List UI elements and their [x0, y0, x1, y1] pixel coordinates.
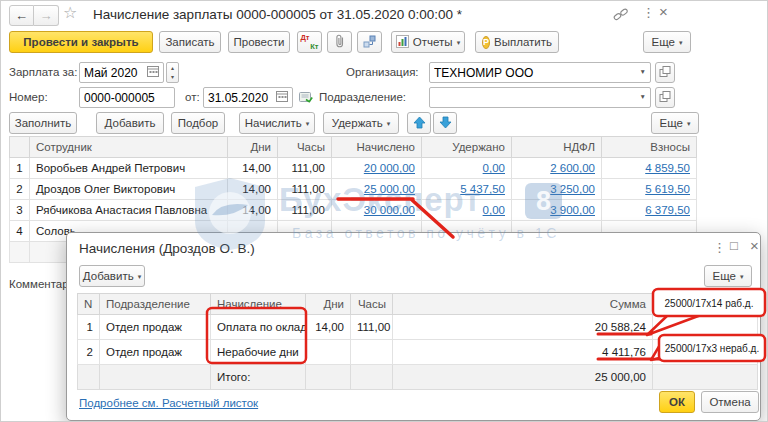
fill-button[interactable]: Заполнить: [9, 112, 77, 134]
col-accrual[interactable]: Начисление: [211, 294, 306, 315]
chevron-down-icon: ▾: [457, 39, 461, 46]
pick-button[interactable]: Подбор: [171, 112, 225, 134]
accrue-button[interactable]: Начислить ▾: [239, 112, 315, 134]
ndfl-link[interactable]: 3 250,00: [550, 183, 595, 195]
ruble-coin-icon: Р: [482, 36, 490, 49]
accrued-link[interactable]: 30 000,00: [364, 204, 415, 216]
document-check-icon[interactable]: [299, 90, 314, 108]
withheld-link[interactable]: 0,00: [483, 162, 505, 174]
contributions-link[interactable]: 4 859,50: [645, 162, 690, 174]
chevron-down-icon: ▾: [740, 273, 744, 280]
salary-for-label: Зарплата за:: [9, 66, 77, 78]
accruals-total-row: Итого: 25 000,00: [78, 365, 758, 390]
back-icon[interactable]: ←: [9, 5, 34, 26]
col-hours[interactable]: Часы: [351, 294, 393, 315]
pay-button[interactable]: Р Выплатить: [475, 31, 559, 53]
col-employee[interactable]: Сотрудник: [30, 137, 228, 158]
forward-icon[interactable]: →: [34, 5, 59, 26]
dialog-title: Начисления (Дроздов О. В.): [79, 241, 255, 256]
col-contributions[interactable]: Взносы: [602, 137, 697, 158]
dialog-restore-icon[interactable]: □: [730, 239, 738, 252]
dtkt-icon: ДтКт: [301, 34, 319, 50]
chevron-down-icon: ▾: [306, 120, 310, 127]
accrued-link[interactable]: 20 000,00: [364, 162, 415, 174]
calendar-icon[interactable]: [276, 90, 288, 105]
document-structure-button[interactable]: [357, 31, 382, 53]
attachments-button[interactable]: [327, 31, 352, 53]
dialog-kebab-icon[interactable]: ⋮: [713, 241, 726, 254]
nav-group: ← →: [9, 5, 59, 26]
link-icon[interactable]: [613, 8, 629, 24]
date-input[interactable]: 31.05.2020: [203, 87, 293, 108]
accrued-link[interactable]: 25 000,00: [364, 183, 415, 195]
ndfl-link[interactable]: 2 600,00: [550, 162, 595, 174]
move-up-button[interactable]: [407, 112, 431, 134]
organization-open-button[interactable]: [655, 62, 675, 83]
chevron-down-icon: ▾: [138, 273, 142, 280]
payslip-link[interactable]: Подробнее см. Расчетный листок: [79, 397, 258, 409]
organization-select[interactable]: ТЕХНОМИР ООО ▼: [429, 62, 651, 83]
date-prefix-label: от:: [185, 91, 200, 103]
withheld-link[interactable]: 5 437,50: [460, 183, 505, 195]
calendar-icon[interactable]: [147, 65, 159, 80]
open-in-new-icon: [659, 91, 671, 105]
post-and-close-button[interactable]: Провести и закрыть: [9, 31, 153, 53]
accrual-row[interactable]: 2 Отдел продаж Нерабочие дни 4 411,76: [78, 340, 758, 365]
cancel-button[interactable]: Отмена: [701, 391, 759, 413]
dialog-more-button[interactable]: Еще ▾: [704, 265, 752, 287]
arrow-up-icon: [413, 116, 426, 131]
number-label: Номер:: [9, 91, 48, 103]
col-sum[interactable]: Сумма: [393, 294, 653, 315]
col-withheld[interactable]: Удержано: [422, 137, 512, 158]
dialog-close-icon[interactable]: ×: [750, 238, 759, 253]
accruals-table: N Подразделение Начисление Дни Часы Сумм…: [77, 293, 758, 390]
department-open-button[interactable]: [655, 87, 675, 108]
department-select[interactable]: ▼: [429, 87, 651, 108]
combo-caret-icon[interactable]: ▼: [640, 69, 646, 76]
period-stepper[interactable]: ▴ ▾: [166, 62, 179, 83]
withheld-link[interactable]: 0,00: [483, 204, 505, 216]
move-down-button[interactable]: [433, 112, 457, 134]
col-hours[interactable]: Часы: [278, 137, 332, 158]
favorite-star-icon[interactable]: ☆: [63, 5, 77, 21]
table-more-button[interactable]: Еще ▾: [651, 112, 699, 134]
accrual-row[interactable]: 1 Отдел продаж Оплата по окладу 14,00 11…: [78, 315, 758, 340]
total-value: 25 000,00: [393, 365, 653, 390]
number-input[interactable]: 0000-000005: [79, 87, 175, 108]
accruals-dialog: Начисления (Дроздов О. В.) ⋮ □ × Добавит…: [66, 232, 761, 421]
accruals-table-header: N Подразделение Начисление Дни Часы Сумм…: [78, 294, 758, 315]
ndfl-link[interactable]: 3 900,00: [550, 204, 595, 216]
chevron-down-icon: ▾: [387, 120, 391, 127]
kebab-menu-icon[interactable]: ⋮: [642, 6, 655, 19]
structure-icon: [363, 35, 376, 50]
employee-row[interactable]: 2 Дроздов Олег Викторович 14,00 111,00 2…: [10, 179, 697, 200]
employee-row[interactable]: 3 Рябчикова Анастасия Павловна 14,00 111…: [10, 200, 697, 221]
contributions-link[interactable]: 5 619,50: [645, 183, 690, 195]
col-accrued[interactable]: Начислено: [332, 137, 422, 158]
save-button[interactable]: Записать: [159, 31, 221, 53]
salary-period-input[interactable]: Май 2020: [79, 62, 164, 83]
add-row-button[interactable]: Добавить: [96, 112, 164, 134]
reports-button[interactable]: Отчеты ▾: [391, 31, 465, 53]
dtkt-postings-button[interactable]: ДтКт: [297, 31, 322, 53]
dialog-add-button[interactable]: Добавить ▾: [79, 265, 145, 287]
post-button[interactable]: Провести: [228, 31, 290, 53]
col-days[interactable]: Дни: [228, 137, 278, 158]
organization-label: Организация:: [346, 66, 419, 78]
withhold-button[interactable]: Удержать ▾: [323, 112, 399, 134]
col-n[interactable]: N: [78, 294, 100, 315]
contributions-link[interactable]: 6 379,50: [645, 204, 690, 216]
col-ndfl[interactable]: НДФЛ: [512, 137, 602, 158]
col-days[interactable]: Дни: [306, 294, 351, 315]
arrow-down-icon: [439, 116, 452, 131]
report-chart-icon: [396, 35, 409, 50]
more-button[interactable]: Еще ▾: [643, 31, 691, 53]
close-icon[interactable]: ×: [659, 4, 668, 19]
chevron-down-icon: ▾: [687, 120, 691, 127]
combo-caret-icon[interactable]: ▼: [640, 94, 646, 101]
paperclip-icon: [334, 34, 346, 50]
employee-row[interactable]: 1 Воробьев Андрей Петрович 14,00 111,00 …: [10, 158, 697, 179]
col-department[interactable]: Подразделение: [100, 294, 211, 315]
page-title: Начисление зарплаты 0000-000005 от 31.05…: [93, 7, 462, 22]
ok-button[interactable]: ОК: [659, 391, 695, 413]
